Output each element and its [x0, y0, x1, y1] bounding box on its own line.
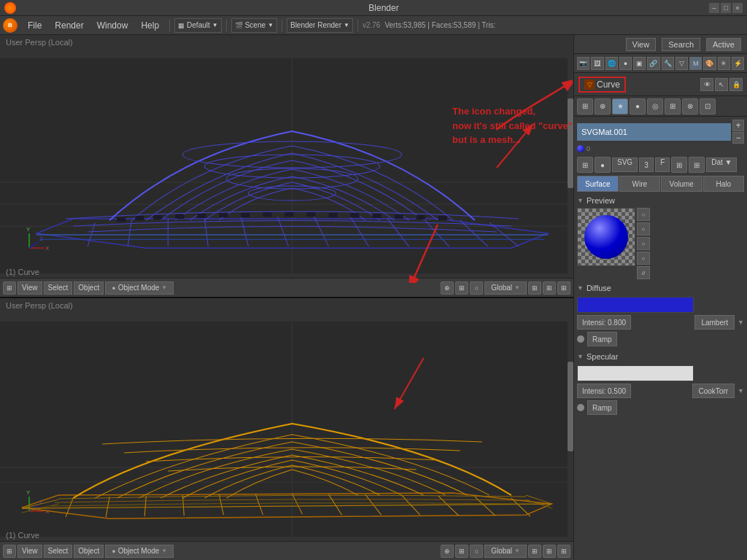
active-button[interactable]: Active: [706, 38, 741, 51]
vp2-global-selector[interactable]: Global ▼: [484, 545, 527, 558]
vp2-extra2[interactable]: ⊞: [543, 545, 556, 558]
vp2-select-btn[interactable]: Select: [44, 545, 73, 558]
vp1-scrollbar[interactable]: [568, 54, 573, 278]
minimize-button[interactable]: –: [709, 3, 719, 13]
prop-icon-particles[interactable]: ✳: [718, 57, 730, 70]
spec-color-bar[interactable]: [577, 365, 694, 381]
tab-volume[interactable]: Volume: [661, 176, 703, 192]
vp1-global-selector[interactable]: Global ▼: [484, 281, 527, 295]
diffuse-shader-selector[interactable]: Lambert: [694, 315, 735, 330]
props-icon-6[interactable]: ⊞: [665, 98, 681, 114]
vp2-mode-selector[interactable]: ● Object Mode ▼: [105, 545, 174, 558]
preview-btn-3[interactable]: ○: [637, 237, 650, 250]
props-icon-8[interactable]: ⊡: [700, 98, 716, 114]
mat-plus-btn[interactable]: +: [732, 120, 744, 131]
props-icon-7[interactable]: ⊗: [682, 98, 698, 114]
vp2-icon-btn[interactable]: ⊞: [3, 545, 16, 558]
vp1-extra2[interactable]: ⊞: [543, 281, 556, 295]
search-button[interactable]: Search: [662, 38, 700, 51]
scene-selector[interactable]: 🎬 Scene ▼: [231, 18, 277, 33]
spec-intensity-label[interactable]: Intensi: 0.500: [577, 384, 631, 398]
prop-icon-texture[interactable]: 🎨: [703, 57, 716, 70]
vp1-icon-btn[interactable]: ⊞: [3, 281, 16, 295]
vp1-extra3[interactable]: ⊞: [557, 281, 570, 295]
prop-icon-modifier[interactable]: 🔧: [662, 57, 674, 70]
preview-btn-4[interactable]: ○: [637, 252, 650, 265]
vp1-scroll-handle[interactable]: [568, 98, 573, 188]
close-button[interactable]: ×: [732, 3, 743, 13]
vp2-extra1[interactable]: ⊞: [528, 545, 541, 558]
intensity-label[interactable]: Intensi: 0.800: [577, 315, 631, 330]
svg-icon-2[interactable]: ●: [595, 157, 611, 173]
diffuse-color-bar[interactable]: [577, 297, 694, 313]
vp1-proportional-btn[interactable]: ○: [470, 281, 483, 295]
vp2-scroll-handle[interactable]: [568, 362, 573, 451]
menu-help[interactable]: Help: [135, 19, 165, 32]
prop-icon-world[interactable]: ●: [619, 57, 632, 70]
svg-icon-4[interactable]: ⊞: [689, 157, 705, 173]
preview-section-header[interactable]: ▼ Preview: [574, 193, 747, 206]
f-label-btn[interactable]: F: [655, 158, 670, 172]
mat-minus-btn[interactable]: −: [732, 132, 744, 144]
material-name-field[interactable]: SVGMat.001: [577, 123, 731, 141]
prop-icon-object[interactable]: ▣: [633, 57, 646, 70]
prop-icon-constraint[interactable]: 🔗: [647, 57, 659, 70]
props-icon-active[interactable]: ★: [612, 98, 628, 114]
vp1-select-btn[interactable]: Select: [44, 281, 73, 295]
header-cursor-icon[interactable]: ↖: [715, 78, 728, 91]
vp2-extra3[interactable]: ⊞: [557, 545, 570, 558]
vp1-mesh-btn[interactable]: Object: [74, 281, 104, 295]
tab-surface[interactable]: Surface: [577, 176, 619, 192]
ramp-button[interactable]: Ramp: [587, 332, 617, 346]
tab-wire[interactable]: Wire: [619, 176, 661, 192]
svg-label-btn[interactable]: SVG: [612, 158, 638, 172]
viewport1: User Persp (Local) (1) Curve X Y Z: [0, 35, 573, 298]
main-area: User Persp (Local) (1) Curve X Y Z: [0, 35, 747, 560]
svg-num[interactable]: 3: [639, 158, 654, 172]
maximize-button[interactable]: □: [721, 3, 731, 13]
vp1-pivot-btn[interactable]: ⊕: [441, 281, 454, 295]
vp2-scrollbar[interactable]: [568, 317, 573, 541]
diffuse-section-header[interactable]: ▼ Diffuse: [574, 281, 747, 294]
spec-ramp-button[interactable]: Ramp: [587, 400, 617, 415]
tab-halo[interactable]: Halo: [703, 176, 745, 192]
vp1-snap-btn[interactable]: ⊞: [455, 281, 468, 295]
props-icon-1[interactable]: ⊞: [577, 98, 593, 114]
menu-render[interactable]: Render: [49, 19, 89, 32]
prop-icon-render[interactable]: 🖼: [591, 57, 603, 70]
view-button[interactable]: View: [626, 38, 657, 51]
spec-ramp-dot[interactable]: [577, 404, 584, 411]
svg-icon-3[interactable]: ⊞: [671, 157, 687, 173]
specular-section-header[interactable]: ▼ Specular: [574, 349, 747, 362]
preview-btn-1[interactable]: ○: [637, 208, 650, 221]
dat-label-btn[interactable]: Dat ▼: [706, 158, 737, 172]
svg-icon-1[interactable]: ⊞: [577, 157, 593, 173]
spec-shader-selector[interactable]: CookTorr: [692, 384, 735, 398]
vp1-mode-selector[interactable]: ● Object Mode ▼: [105, 281, 174, 295]
separator3: [282, 20, 282, 31]
header-eye-icon[interactable]: 👁: [700, 78, 713, 91]
prop-icon-scene[interactable]: 🌐: [605, 57, 618, 70]
prop-icon-data[interactable]: ▽: [676, 57, 688, 70]
prop-icon-camera[interactable]: 📷: [577, 57, 589, 70]
render-engine-selector[interactable]: Blender Render ▼: [287, 18, 353, 33]
vp2-pivot-btn[interactable]: ⊕: [441, 545, 454, 558]
props-icon-4[interactable]: ●: [630, 98, 646, 114]
vp2-mesh-btn[interactable]: Object: [74, 545, 104, 558]
vp1-extra1[interactable]: ⊞: [528, 281, 541, 295]
props-icon-2[interactable]: ⊕: [595, 98, 611, 114]
props-icons-row: ⊞ ⊕ ★ ● ◎ ⊞ ⊗ ⊡: [574, 96, 747, 117]
menu-file[interactable]: File: [22, 19, 47, 32]
header-lock-icon[interactable]: 🔒: [729, 78, 743, 91]
prop-icon-physics[interactable]: ⚡: [732, 57, 744, 70]
preview-btn-2[interactable]: ○: [637, 222, 650, 236]
prop-icon-material[interactable]: M: [689, 57, 702, 70]
preview-btn-5[interactable]: //: [637, 266, 650, 279]
vp1-view-btn[interactable]: View: [18, 281, 42, 295]
vp2-proportional-btn[interactable]: ○: [470, 545, 483, 558]
props-icon-5[interactable]: ◎: [647, 98, 663, 114]
vp2-snap-btn[interactable]: ⊞: [455, 545, 468, 558]
menu-window[interactable]: Window: [91, 19, 134, 32]
vp2-view-btn[interactable]: View: [18, 545, 42, 558]
diffuse-ramp-dot[interactable]: [577, 335, 584, 343]
